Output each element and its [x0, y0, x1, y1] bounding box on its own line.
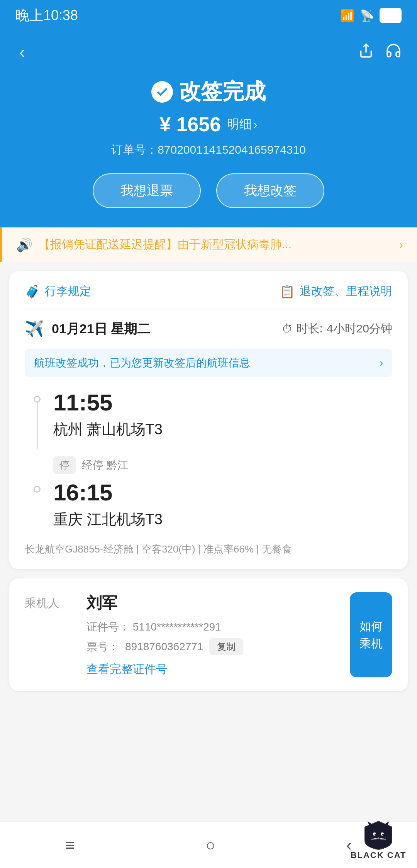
copy-button[interactable]: 复制	[209, 638, 243, 655]
status-bar: 晚上10:38 📶 📡 50	[0, 0, 417, 31]
success-area: 改签完成 ¥ 1656 明细 › 订单号：8702001141520416597…	[15, 77, 402, 158]
ticket-prefix: 票号：	[86, 639, 119, 654]
passenger-content: 乘机人 刘军 证件号： 5110***********291 票号： 89187…	[25, 592, 392, 677]
back-button[interactable]: ‹	[15, 39, 29, 66]
departure-row: 11:55 杭州 萧山机场T3	[32, 391, 392, 449]
nav-row: ‹	[15, 39, 402, 66]
signal-icon: 📶	[340, 9, 354, 22]
duration-value: 4小时20分钟	[327, 321, 392, 337]
view-id-link[interactable]: 查看完整证件号	[86, 661, 342, 677]
stopover-text: 经停 黔江	[82, 458, 128, 473]
svg-point-6	[382, 834, 384, 835]
how-to-board-text: 如何乘机	[359, 617, 383, 652]
departure-time: 11:55	[53, 391, 163, 414]
flight-duration: ⏱ 时长: 4小时20分钟	[282, 321, 392, 337]
refund-button[interactable]: 我想退票	[93, 173, 201, 208]
stopover-row: 停 经停 黔江	[32, 449, 392, 481]
departure-info: 11:55 杭州 萧山机场T3	[53, 391, 163, 439]
duration-prefix: 时长:	[297, 321, 323, 337]
chevron-right-icon: ›	[253, 117, 258, 132]
order-prefix: 订单号：	[111, 143, 158, 156]
notification-arrow-icon: ›	[399, 238, 403, 251]
price-amount: ¥ 1656	[159, 113, 221, 136]
departure-dot-col	[32, 396, 42, 449]
success-title-text: 改签完成	[179, 77, 266, 107]
route-container: 11:55 杭州 萧山机场T3 停 经停 黔江 16:15 重庆 江北机场T3	[25, 391, 392, 529]
home-button[interactable]: ○	[194, 830, 227, 861]
passenger-label-col: 乘机人	[25, 592, 86, 611]
service-icon[interactable]	[385, 42, 402, 62]
notification-text: 【报销凭证配送延迟提醒】由于新型冠状病毒肺...	[39, 237, 393, 253]
success-title: 改签完成	[15, 77, 402, 107]
wifi-icon: 📡	[360, 9, 374, 22]
order-number-value: 87020011415204165974310	[158, 143, 306, 156]
policy-link[interactable]: 📋 退改签、里程说明	[280, 283, 392, 299]
flight-date-row: ✈️ 01月21日 星期二 ⏱ 时长: 4小时20分钟	[25, 320, 392, 338]
nav-right-icons	[358, 42, 402, 62]
price-detail-link[interactable]: 明细 ›	[227, 116, 258, 133]
how-to-board-button[interactable]: 如何乘机	[350, 592, 392, 677]
share-icon[interactable]	[358, 43, 374, 62]
price-row: ¥ 1656 明细 ›	[15, 113, 402, 136]
flight-details: 长龙航空GJ8855-经济舱 | 空客320(中) | 准点率66% | 无餐食	[25, 542, 392, 557]
header-zone: ‹ 改签完成	[0, 31, 417, 227]
black-cat-label: BLACK CAT	[351, 850, 407, 860]
policy-icon: 📋	[280, 284, 295, 299]
flight-card-header: 🧳 行李规定 📋 退改签、里程说明	[25, 283, 392, 309]
flight-date: 01月21日 星期二	[52, 320, 150, 338]
arrival-time: 16:15	[53, 481, 163, 504]
id-prefix: 证件号：	[86, 621, 130, 633]
id-number: 5110***********291	[133, 621, 221, 633]
black-cat-watermark: BLACK CAT	[340, 806, 417, 868]
ticket-number: 8918760362771	[125, 641, 203, 653]
status-time: 晚上10:38	[15, 6, 78, 25]
policy-label: 退改签、里程说明	[300, 283, 392, 299]
route-line-top	[37, 403, 38, 449]
passenger-info-col: 刘军 证件号： 5110***********291 票号： 891876036…	[86, 592, 342, 677]
rebook-notice-arrow-icon: ›	[380, 357, 383, 369]
rebook-notice[interactable]: 航班改签成功，已为您更新改签后的航班信息 ›	[25, 349, 392, 377]
black-cat-logo-icon	[359, 819, 398, 850]
notification-bar[interactable]: 🔊 【报销凭证配送延迟提醒】由于新型冠状病毒肺... ›	[0, 227, 417, 262]
passenger-label: 乘机人	[25, 597, 59, 609]
clock-icon: ⏱	[282, 322, 293, 335]
baggage-icon: 🧳	[25, 284, 40, 299]
arrival-dot-col	[32, 486, 42, 493]
action-buttons: 我想退票 我想改签	[15, 173, 402, 208]
speaker-icon: 🔊	[16, 237, 32, 253]
departure-location: 杭州 萧山机场T3	[53, 417, 163, 439]
ticket-row: 票号： 8918760362771 复制	[86, 638, 342, 655]
flight-card: 🧳 行李规定 📋 退改签、里程说明 ✈️ 01月21日 星期二 ⏱ 时长: 4小…	[9, 271, 408, 569]
departure-dot	[34, 396, 41, 403]
baggage-link[interactable]: 🧳 行李规定	[25, 283, 91, 299]
status-icons: 📶 📡 50	[340, 8, 402, 23]
check-circle-icon	[151, 81, 173, 103]
passenger-card: 乘机人 刘军 证件号： 5110***********291 票号： 89187…	[9, 578, 408, 691]
order-number: 订单号：87020011415204165974310	[15, 142, 402, 158]
arrival-row: 16:15 重庆 江北机场T3	[32, 481, 392, 529]
baggage-label: 行李规定	[45, 283, 91, 299]
price-detail-text: 明细	[227, 116, 252, 133]
arrival-location: 重庆 江北机场T3	[53, 507, 163, 529]
arrival-dot	[34, 486, 41, 493]
menu-button[interactable]: ≡	[54, 830, 86, 861]
passenger-name: 刘军	[86, 592, 342, 614]
bottom-nav: ≡ ○ ‹ BLACK CAT	[0, 822, 417, 868]
stopover-badge: 停	[53, 456, 76, 474]
rebook-button[interactable]: 我想改签	[216, 173, 324, 208]
arrival-info: 16:15 重庆 江北机场T3	[53, 481, 163, 529]
battery-indicator: 50	[380, 8, 402, 23]
flight-plane-icon: ✈️	[25, 320, 44, 338]
svg-point-5	[375, 834, 376, 835]
passenger-id: 证件号： 5110***********291	[86, 620, 342, 634]
rebook-notice-text: 航班改签成功，已为您更新改签后的航班信息	[34, 356, 250, 370]
